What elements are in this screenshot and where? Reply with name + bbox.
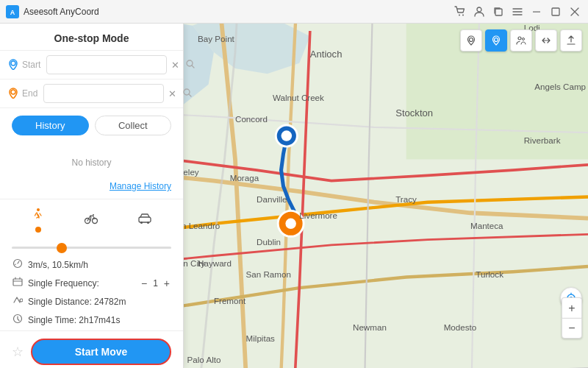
app-name: Aseesoft AnyCoord <box>24 7 99 17</box>
svg-point-67 <box>93 214 94 216</box>
distance-row: Single Distance: 24782m <box>12 292 171 311</box>
car-transport-icon[interactable] <box>118 210 171 229</box>
people-btn[interactable] <box>510 29 532 52</box>
svg-point-14 <box>285 219 296 230</box>
speed-value: 3m/s, 10.5km/h <box>28 260 171 270</box>
no-history-text: No history <box>12 150 171 175</box>
zoom-out-btn[interactable]: − <box>562 318 582 339</box>
minimize-button[interactable] <box>529 4 544 19</box>
svg-text:Milpitas: Milpitas <box>246 333 276 343</box>
frequency-controls: − 1 + <box>140 277 171 289</box>
svg-point-73 <box>20 299 23 302</box>
start-clear-icon[interactable]: ✕ <box>170 58 181 72</box>
svg-text:Stockton: Stockton <box>395 107 433 118</box>
svg-point-69 <box>140 222 143 224</box>
speed-slider[interactable] <box>12 247 171 249</box>
tabs-row: History Collect <box>0 108 183 143</box>
svg-text:A: A <box>10 9 15 16</box>
svg-point-55 <box>495 38 498 42</box>
frequency-value: 1 <box>153 278 158 289</box>
walk-transport-icon[interactable] <box>12 207 65 233</box>
start-input-row: Start ✕ <box>0 51 183 79</box>
arrows-btn[interactable] <box>535 29 557 52</box>
copy-icon[interactable] <box>491 4 506 19</box>
svg-text:Newman: Newman <box>353 322 387 332</box>
svg-text:Modesto: Modesto <box>444 322 477 332</box>
svg-text:Fremont: Fremont <box>214 296 246 305</box>
bottom-row: ☆ Start Move <box>0 330 183 368</box>
svg-text:Manteca: Manteca <box>470 221 503 230</box>
close-button[interactable] <box>567 4 582 19</box>
user-icon[interactable] <box>472 4 487 19</box>
collect-tab[interactable]: Collect <box>95 116 172 135</box>
speed-icon <box>12 258 24 271</box>
favorite-btn[interactable]: ☆ <box>12 344 24 360</box>
svg-text:Danville: Danville <box>257 194 287 204</box>
sidebar-panel: One-stop Mode Start ✕ End ✕ <box>0 24 184 368</box>
history-tab[interactable]: History <box>12 116 89 135</box>
svg-point-4 <box>477 7 481 12</box>
manage-history-link[interactable]: Manage History <box>12 181 171 191</box>
frequency-row: Single Frequency: − 1 + <box>12 274 171 292</box>
svg-text:Bay Point: Bay Point <box>198 34 235 43</box>
svg-text:Angels Camp: Angels Camp <box>534 82 586 91</box>
svg-text:Livermore: Livermore <box>299 210 337 220</box>
maximize-button[interactable] <box>548 4 563 19</box>
start-move-btn[interactable]: Start Move <box>31 339 171 365</box>
svg-point-3 <box>462 14 464 15</box>
speed-slider-row <box>0 240 183 254</box>
map-ctrl-row-1 <box>460 29 582 52</box>
end-input[interactable] <box>43 84 164 103</box>
end-location-icon <box>7 87 19 101</box>
location-pin-btn[interactable] <box>460 29 482 52</box>
panel-title: One-stop Mode <box>0 24 183 51</box>
svg-rect-72 <box>13 279 22 286</box>
svg-point-62 <box>11 90 15 94</box>
svg-text:Walnut Creek: Walnut Creek <box>273 93 324 102</box>
cart-icon[interactable] <box>453 4 467 19</box>
start-search-icon[interactable] <box>184 57 197 73</box>
svg-point-64 <box>37 208 40 211</box>
bike-transport-icon[interactable] <box>65 210 118 229</box>
svg-point-57 <box>523 38 525 40</box>
time-value: Single Time: 2h17m41s <box>28 315 171 325</box>
start-label: Start <box>22 60 40 70</box>
frequency-label: Single Frequency: <box>28 278 135 289</box>
export-btn[interactable] <box>560 29 582 52</box>
start-location-icon <box>7 58 19 72</box>
app-logo: A <box>6 5 19 18</box>
svg-point-12 <box>282 130 293 141</box>
svg-text:Palo Alto: Palo Alto <box>187 355 221 364</box>
svg-point-2 <box>459 14 460 15</box>
time-icon <box>12 314 24 326</box>
distance-icon <box>12 295 24 308</box>
svg-rect-5 <box>495 9 502 15</box>
transport-row <box>0 199 183 240</box>
svg-text:Tracy: Tracy <box>395 194 417 204</box>
zoom-in-btn[interactable]: + <box>562 297 582 318</box>
time-row: Single Time: 2h17m41s <box>12 311 171 329</box>
svg-text:Antioch: Antioch <box>310 49 343 60</box>
end-clear-icon[interactable]: ✕ <box>167 87 178 101</box>
title-icons <box>453 4 582 19</box>
svg-text:Moraga: Moraga <box>230 173 259 183</box>
end-label: End <box>22 88 37 99</box>
svg-rect-68 <box>139 217 151 222</box>
zoom-controls: + − <box>562 297 582 339</box>
info-rows: 3m/s, 10.5km/h Single Frequency: − 1 + <box>0 254 183 330</box>
end-search-icon[interactable] <box>181 86 194 102</box>
svg-text:San Ramon: San Ramon <box>246 269 291 279</box>
svg-point-60 <box>11 61 15 66</box>
frequency-icon <box>12 277 24 289</box>
svg-point-56 <box>518 37 521 40</box>
svg-text:Concord: Concord <box>235 114 268 124</box>
menu-icon[interactable] <box>510 4 525 19</box>
start-input[interactable] <box>46 55 167 74</box>
freq-decrease-btn[interactable]: − <box>140 277 148 289</box>
freq-increase-btn[interactable]: + <box>162 277 171 289</box>
svg-point-54 <box>470 38 473 42</box>
titlebar: A Aseesoft AnyCoord <box>0 0 588 24</box>
end-input-row: End ✕ <box>0 79 183 108</box>
route-btn[interactable] <box>485 29 507 52</box>
svg-text:Dublin: Dublin <box>257 237 281 247</box>
